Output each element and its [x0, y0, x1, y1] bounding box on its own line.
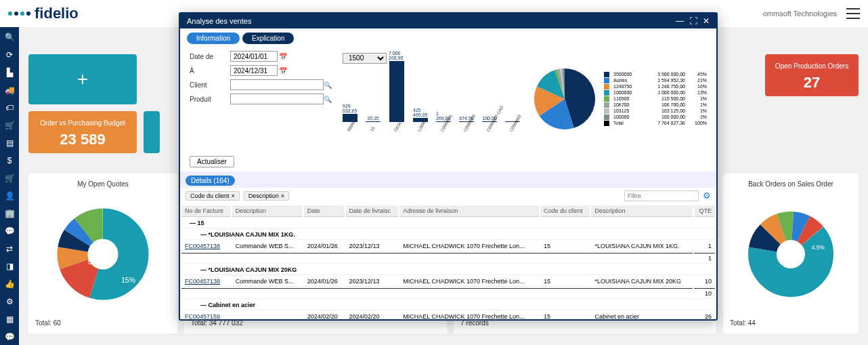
order-budget-card[interactable]: Order vs Purchasing Budget 23 589 [28, 111, 137, 153]
details-badge[interactable]: Détails (164) [186, 176, 235, 186]
search-icon[interactable]: 🔍 [324, 96, 332, 103]
bar-item: 35,3515 [366, 116, 381, 134]
user-icon[interactable]: 👤 [4, 191, 15, 201]
remove-icon: × [281, 192, 284, 199]
filter-chip-description[interactable]: Description× [244, 191, 289, 201]
chat-icon[interactable]: 💬 [4, 226, 15, 236]
total-label: Total: 60 [35, 319, 171, 327]
add-card[interactable]: + [28, 54, 137, 104]
details-table: No de Facture Description Date Date de l… [180, 204, 716, 319]
col-address[interactable]: Adresse de livraison [399, 205, 539, 217]
search-icon[interactable]: 🔍 [324, 81, 332, 89]
legend-row: 106700106 700,001% [604, 102, 707, 108]
swap-icon[interactable]: ⇄ [4, 244, 15, 253]
legend-row: 35000003 500 000,0045% [604, 72, 707, 77]
bar-item: 100,00C0000007-CAD [482, 116, 497, 134]
msg-icon[interactable]: 💬 [4, 332, 15, 342]
product-input[interactable] [230, 94, 324, 104]
panel-title: Back Orders on Sales Order [730, 180, 852, 188]
total-label: Total: 44 [730, 319, 852, 327]
brand-name: fidelio [35, 5, 79, 22]
bar-item: 874,50C0000003 [459, 116, 474, 134]
backorders-donut-chart: 4.5% [743, 207, 838, 302]
refresh-button[interactable]: Actualiser [190, 156, 234, 167]
date-from-label: Date de [190, 53, 230, 60]
pie-legend: 35000003 500 000,0045%Autres1 594 952,36… [604, 72, 707, 127]
col-qty[interactable]: QTE [694, 205, 715, 217]
legend-row: 110500110 500,001% [604, 96, 707, 102]
invoice-link[interactable]: FC00457138 [185, 243, 220, 249]
money-icon[interactable]: $ [4, 156, 15, 165]
dash-icon[interactable]: ◨ [4, 262, 15, 271]
col-description[interactable]: Description [232, 205, 303, 217]
col-client-code[interactable]: Code du client [540, 205, 590, 217]
remove-icon: × [232, 192, 235, 199]
bar-item: 929 032,65999999 [343, 104, 357, 134]
close-icon[interactable]: ✕ [703, 16, 710, 26]
cart2-icon[interactable]: 🛒 [4, 174, 15, 183]
col-date[interactable]: Date [304, 205, 345, 217]
card-title: Order vs Purchasing Budget [37, 119, 129, 127]
my-open-quotes-panel: My Open Quotes 55% 15% Total: 60 [28, 174, 177, 333]
col-invoice[interactable]: No de Facture [181, 205, 231, 217]
tag-icon[interactable]: 🏷 [4, 103, 15, 113]
client-input[interactable] [230, 79, 324, 90]
cog-icon[interactable]: ⚙ [4, 297, 15, 306]
maximize-icon[interactable]: ⛶ [689, 16, 697, 26]
sales-analysis-modal: Analyse des ventes — ⛶ ✕ Information Exp… [179, 12, 718, 321]
panel-title: My Open Quotes [35, 180, 171, 188]
search-icon[interactable]: 🔍 [4, 33, 15, 42]
details-header: Détails (164) [180, 171, 716, 188]
client-label: Client [190, 81, 230, 89]
filter-form: Date de 📅 À 📅 Client 🔍 Produit 🔍 [190, 51, 332, 148]
hamburger-icon[interactable] [846, 8, 860, 19]
building-icon[interactable]: 🏢 [4, 209, 15, 218]
limit-select[interactable]: 1500 [343, 53, 387, 64]
doc-icon[interactable]: ▤ [4, 138, 15, 148]
calendar-icon[interactable]: 📅 [279, 67, 287, 75]
sidebar: 🔍 ⟳ ▙ 🚚 🏷 🛒 ▤ $ 🛒 👤 🏢 💬 ⇄ ◨ 👍 ⚙ ▦ 💬 ☱ [0, 27, 19, 345]
cart-icon[interactable]: 🛒 [4, 121, 15, 130]
thumb-icon[interactable]: 👍 [4, 279, 15, 289]
col-delivery-date[interactable]: Date de livraisc [346, 205, 399, 217]
filter-input[interactable] [624, 190, 699, 201]
logo: fidelio [8, 5, 79, 22]
grid-icon[interactable]: ▦ [4, 314, 15, 324]
col-description2[interactable]: Description [591, 205, 693, 217]
card-title: Open Production Orders [773, 62, 850, 70]
sales-pie-chart [531, 65, 599, 133]
table-row[interactable]: FC00457138Commande WEB S...2024/01/26202… [181, 241, 715, 251]
teal-card-stub[interactable] [144, 111, 160, 153]
card-value: 27 [773, 74, 850, 92]
table-row[interactable]: FC00457138Commande WEB S...2024/01/26202… [181, 277, 715, 287]
chart-icon[interactable]: ▙ [4, 68, 15, 77]
bar-item: 425 465,05L289641 [413, 108, 428, 134]
minimize-icon[interactable]: — [676, 16, 684, 26]
tab-explication[interactable]: Explication [242, 33, 294, 44]
calendar-icon[interactable]: 📅 [279, 53, 287, 60]
back-orders-panel: Back Orders on Sales Order 4.5% Total: 4… [723, 174, 859, 333]
legend-row: 100000100 000,001% [604, 115, 707, 120]
tab-information[interactable]: Information [187, 33, 240, 44]
truck-icon[interactable]: 🚚 [4, 85, 15, 95]
modal-titlebar[interactable]: Analyse des ventes — ⛶ ✕ [180, 14, 716, 28]
date-to-input[interactable] [230, 65, 278, 76]
invoice-link[interactable]: FC00457138 [185, 278, 220, 285]
company-name: ommsoft Technologies [763, 9, 837, 18]
legend-row: 12487501 248 750,0016% [604, 84, 707, 89]
bar-item: 7 006 260,90GESCO [389, 51, 405, 134]
table-row[interactable]: FC004571592024/02/202024/02/20MICHAEL CH… [181, 312, 715, 319]
svg-text:4.5%: 4.5% [812, 244, 825, 251]
modal-title-text: Analyse des ventes [187, 17, 251, 25]
bar-item: 1 269,00C0000001 [436, 111, 451, 134]
sales-bar-chart: 929 032,6599999935,35157 006 260,90GESCO… [343, 66, 520, 148]
production-orders-card[interactable]: Open Production Orders 27 [765, 54, 859, 96]
gear-icon[interactable]: ⚙ [703, 190, 711, 201]
filter-chip-client[interactable]: Code du client× [186, 191, 240, 201]
card-value: 23 589 [37, 131, 129, 148]
date-to-label: À [190, 67, 230, 75]
refresh-icon[interactable]: ⟳ [4, 50, 15, 60]
date-from-input[interactable] [230, 51, 278, 62]
invoice-link[interactable]: FC00457159 [185, 313, 220, 319]
legend-row: 103125103 125,001% [604, 108, 707, 114]
